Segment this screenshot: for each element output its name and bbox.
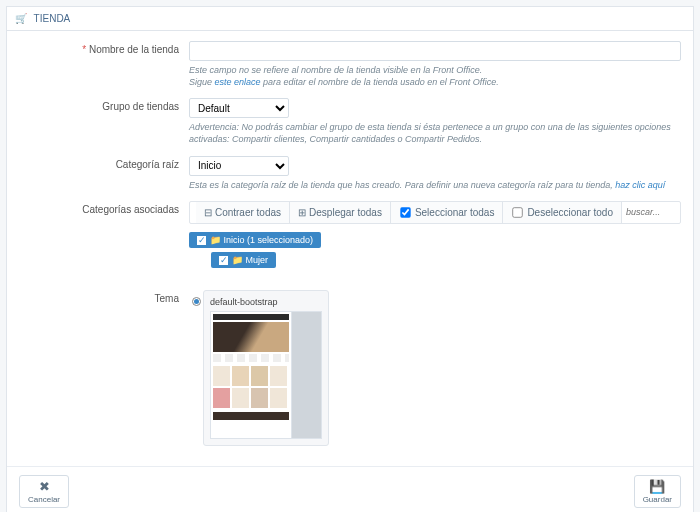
save-button[interactable]: 💾Guardar: [634, 475, 681, 508]
store-group-select[interactable]: Default: [189, 98, 289, 118]
collapse-icon: ⊟: [204, 207, 212, 218]
panel-tienda-title: TIENDA: [34, 13, 71, 24]
help-store-name-link[interactable]: este enlace: [215, 77, 261, 87]
theme-radio[interactable]: [192, 297, 201, 306]
help-root-category: Esta es la categoría raíz de la tienda q…: [189, 179, 681, 191]
category-tree: 📁 Inicio (1 seleccionado) 📁 Mujer: [189, 232, 681, 272]
theme-option[interactable]: default-bootstrap: [203, 290, 329, 446]
cancel-button[interactable]: ✖Cancelar: [19, 475, 69, 508]
label-store-name: * Nombre de la tienda: [19, 41, 189, 55]
expand-all-button[interactable]: ⊞Desplegar todas: [289, 202, 390, 223]
help-store-group: Advertencia: No podrás cambiar el grupo …: [189, 121, 681, 145]
expand-icon: ⊞: [298, 207, 306, 218]
category-search-wrap: [621, 202, 680, 223]
label-store-group: Grupo de tiendas: [19, 98, 189, 112]
collapse-all-button[interactable]: ⊟Contraer todas: [196, 202, 289, 223]
cancel-icon: ✖: [39, 480, 50, 493]
label-assoc-categories: Categorías asociadas: [19, 201, 189, 215]
tree-node-mujer[interactable]: 📁 Mujer: [211, 252, 276, 268]
root-category-select[interactable]: Inicio: [189, 156, 289, 176]
check-all-button[interactable]: Seleccionar todas: [390, 202, 503, 223]
label-root-category: Categoría raíz: [19, 156, 189, 170]
theme-name: default-bootstrap: [210, 297, 322, 307]
panel-tienda: 🛒 TIENDA * Nombre de la tienda Este camp…: [6, 6, 694, 512]
uncheck-all-checkbox[interactable]: [513, 207, 523, 217]
panel-tienda-header: 🛒 TIENDA: [7, 7, 693, 31]
label-theme: Tema: [19, 290, 189, 304]
save-icon: 💾: [649, 480, 665, 493]
category-search-input[interactable]: [626, 207, 676, 217]
category-toolbar: ⊟Contraer todas ⊞Desplegar todas Selecci…: [189, 201, 681, 224]
tree-checkbox-root[interactable]: [197, 236, 206, 245]
root-category-link[interactable]: haz clic aquí: [615, 180, 665, 190]
folder-icon: 📁: [210, 235, 224, 245]
tree-node-root[interactable]: 📁 Inicio (1 seleccionado): [189, 232, 321, 248]
help-store-name: Este campo no se refiere al nombre de la…: [189, 64, 681, 88]
cart-icon: 🛒: [15, 13, 27, 24]
uncheck-all-button[interactable]: Deseleccionar todo: [502, 202, 621, 223]
folder-icon: 📁: [232, 255, 246, 265]
check-all-checkbox[interactable]: [400, 207, 410, 217]
store-name-input[interactable]: [189, 41, 681, 61]
theme-thumbnail: [210, 311, 322, 439]
tree-checkbox-mujer[interactable]: [219, 256, 228, 265]
